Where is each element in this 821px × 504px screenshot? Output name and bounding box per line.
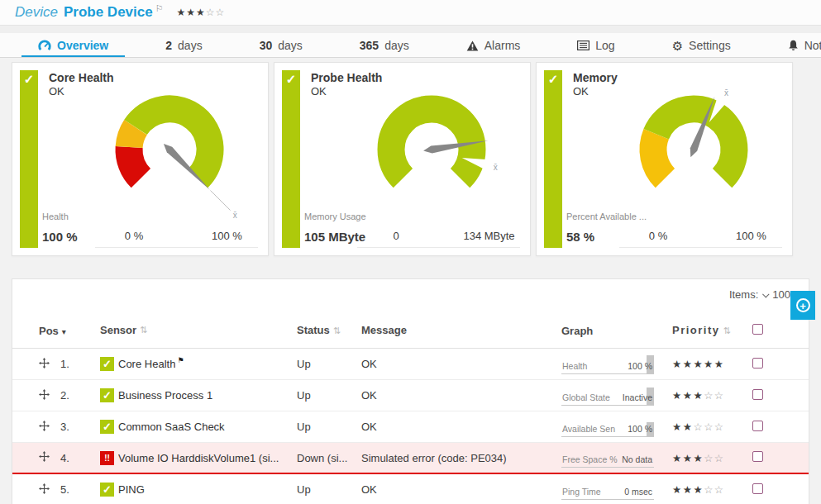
column-status[interactable]: Status⇅: [297, 324, 361, 336]
flag-icon[interactable]: ⚐: [155, 3, 164, 14]
sensor-name[interactable]: Common SaaS Check: [118, 421, 225, 433]
sensor-name[interactable]: Business Process 1: [118, 389, 212, 402]
row-status: Up: [297, 358, 361, 370]
items-label: Items:: [729, 288, 758, 301]
gauge-card-core-health: ✓ Core Health OK x̄ Health 100 % 0 % 100…: [12, 62, 269, 256]
object-kind-label: Device: [15, 4, 58, 21]
row-checkbox[interactable]: [752, 483, 763, 494]
row-status: Up: [297, 389, 361, 402]
gauge-card-probe-health: ✓ Probe Health OK x̄ Memory Usage 105 MB…: [274, 62, 531, 256]
move-handle[interactable]: [39, 420, 55, 435]
tab-2-days[interactable]: 2 days: [149, 33, 218, 58]
priority-stars[interactable]: ★★★☆☆: [672, 452, 742, 464]
move-icon: [39, 451, 50, 462]
gauge-title[interactable]: Core Health: [49, 71, 114, 84]
tab-number: 30: [260, 39, 273, 52]
move-handle[interactable]: [39, 357, 55, 372]
row-pos: 2.: [55, 389, 100, 402]
status-bar: ✓: [544, 70, 562, 248]
mini-graph[interactable]: Health 100 %: [561, 354, 654, 374]
tab-log[interactable]: Log: [561, 33, 631, 58]
gauge-status: OK: [49, 85, 64, 97]
title-bar: Device Probe Device ⚐ ★★★☆☆: [0, 0, 821, 26]
tab-settings[interactable]: ⚙ Settings: [656, 33, 747, 58]
tab-label: Alarms: [484, 39, 521, 52]
table-row: 1. ✓ Core Health ⚑ Up OK Health 100 % ★★…: [12, 349, 809, 380]
sort-desc-icon: ▾: [62, 327, 66, 336]
tab-overview[interactable]: Overview: [21, 33, 125, 58]
tab-bar-container: Overview 2 days 30 days 365 days Alarms …: [0, 33, 821, 58]
card-footer-divider: [619, 247, 782, 248]
mini-graph[interactable]: Available Sen 100 %: [561, 417, 654, 437]
channel-label: Memory Usage: [304, 212, 366, 221]
sensor-name[interactable]: Core Health: [118, 358, 175, 370]
plus-icon: +: [796, 298, 810, 312]
tab-alarms[interactable]: Alarms: [450, 33, 537, 58]
gauge-figure: x̄: [93, 87, 259, 229]
check-icon: ✓: [286, 72, 297, 86]
mini-graph-label: Global State: [562, 392, 610, 402]
items-count: 100: [772, 288, 790, 301]
add-button[interactable]: +: [790, 291, 815, 320]
row-checkbox[interactable]: [752, 358, 763, 368]
channel-value: 100 %: [42, 230, 78, 244]
mini-graph-label: Ping Time: [562, 487, 601, 497]
tab-365-days[interactable]: 365 days: [343, 33, 426, 58]
row-pos: 3.: [55, 421, 100, 433]
priority-stars[interactable]: ★★★☆☆: [672, 389, 742, 402]
device-stars[interactable]: ★★★☆☆: [177, 7, 226, 18]
column-sensor[interactable]: Sensor⇅: [100, 324, 297, 336]
scale-min: 0 %: [629, 230, 687, 242]
row-pos: 5.: [55, 483, 100, 496]
gauge-title[interactable]: Probe Health: [311, 71, 382, 84]
mini-graph[interactable]: Ping Time 0 msec: [561, 480, 654, 500]
tab-label: Log: [595, 39, 614, 52]
column-priority[interactable]: Priority⇅: [672, 324, 742, 336]
column-message[interactable]: Message: [361, 324, 561, 336]
row-checkbox[interactable]: [752, 389, 763, 400]
row-checkbox[interactable]: [752, 421, 763, 431]
sort-icon: ⇅: [140, 325, 147, 335]
mini-graph-label: Health: [562, 361, 587, 371]
mini-graph[interactable]: Free Space % No data: [561, 448, 654, 468]
scale-max: 134 MByte: [450, 230, 528, 242]
gauge-status: OK: [311, 85, 327, 97]
channel-value: 58 %: [566, 230, 594, 244]
tab-label: Notifications: [804, 39, 821, 52]
bell-icon: [788, 40, 799, 51]
gauge-title[interactable]: Memory: [573, 71, 618, 84]
sensor-status-icon: ✓: [100, 357, 114, 371]
page-title[interactable]: Probe Device: [64, 4, 153, 21]
tab-label: days: [178, 39, 203, 52]
select-all-checkbox[interactable]: [752, 324, 763, 335]
tab-30-days[interactable]: 30 days: [243, 33, 319, 58]
tab-notifications[interactable]: Notifications: [771, 33, 821, 58]
sensor-name[interactable]: PING: [118, 483, 145, 496]
move-handle[interactable]: [39, 388, 55, 403]
table-row: 2. ✓ Business Process 1 Up OK Global Sta…: [12, 380, 809, 411]
card-footer-divider: [95, 247, 258, 248]
sort-icon: ⇅: [723, 326, 733, 335]
tab-label: days: [384, 39, 409, 52]
header-divider: [0, 26, 821, 33]
mini-graph[interactable]: Global State Inactive: [561, 386, 654, 406]
move-handle[interactable]: [39, 483, 55, 497]
row-checkbox[interactable]: [752, 451, 763, 462]
priority-stars[interactable]: ★★★★★: [672, 358, 742, 370]
column-pos[interactable]: Pos▾: [39, 323, 100, 338]
row-status: Up: [297, 483, 361, 496]
move-handle[interactable]: [39, 450, 55, 465]
card-footer-divider: [357, 247, 520, 248]
move-icon: [39, 421, 50, 431]
gauge-row: ✓ Core Health OK x̄ Health 100 % 0 % 100…: [12, 62, 809, 256]
sensor-name[interactable]: Volume IO HarddiskVolume1 (si...: [118, 452, 279, 464]
sensor-status-icon: ✓: [100, 483, 114, 497]
priority-stars[interactable]: ★★★☆☆: [672, 483, 742, 496]
priority-stars[interactable]: ★★☆☆☆: [672, 421, 742, 433]
gauge-status: OK: [573, 85, 589, 97]
row-pos: 4.: [55, 452, 100, 464]
row-message: Simulated error (code: PE034): [361, 452, 561, 464]
tab-label: Settings: [689, 39, 731, 52]
items-count-control[interactable]: Items: 100: [729, 288, 790, 301]
row-message: OK: [361, 483, 561, 496]
